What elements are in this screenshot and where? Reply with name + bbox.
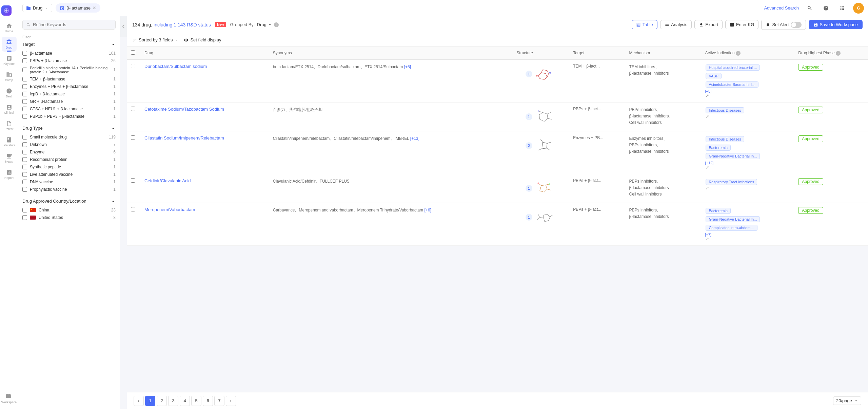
nav-item-playbook[interactable]: Playbook (2, 53, 17, 68)
drug-name-link[interactable]: Durlobactam/Sulbactam sodium (144, 64, 207, 69)
nav-item-clinical[interactable]: Clinical (2, 102, 17, 117)
type-checkbox-1[interactable] (22, 142, 27, 147)
svg-line-8 (541, 70, 542, 73)
type-checkbox-7[interactable] (22, 187, 27, 192)
row-checkbox[interactable] (131, 135, 135, 140)
type-checkbox-0[interactable] (22, 135, 27, 140)
target-checkbox-8[interactable] (22, 114, 27, 119)
nav-item-home[interactable]: Home (2, 20, 17, 35)
nav-item-news[interactable]: News (2, 151, 17, 166)
indication-tag: VABP (706, 73, 722, 79)
chevron-down-icon (854, 399, 858, 403)
indication-tag: Acinetobacter Baumannii I... (706, 81, 758, 88)
phase-info-icon[interactable]: i (836, 51, 841, 56)
page-3-button[interactable]: 3 (168, 396, 178, 406)
row-checkbox[interactable] (131, 178, 135, 183)
filter-item: Recombinant protein 1 (22, 156, 116, 163)
drug-name-link[interactable]: Cilastatin Sodium/Imipenem/Relebactam (144, 135, 224, 141)
prev-page-button[interactable]: ‹ (134, 396, 144, 406)
synonyms-more-link[interactable]: [+5] (404, 64, 411, 69)
row-checkbox[interactable] (131, 207, 135, 211)
drug-name-link[interactable]: Cefotaxime Sodium/Tazobactam Sodium (144, 107, 224, 112)
country-checkbox-us[interactable] (22, 215, 27, 220)
type-checkbox-2[interactable] (22, 150, 27, 154)
alert-toggle[interactable] (791, 22, 802, 28)
target-checkbox-0[interactable] (22, 51, 27, 56)
tab-close-icon[interactable]: ✕ (93, 5, 96, 11)
expand-icon[interactable]: ⤢ (705, 236, 710, 242)
sub-toolbar: Sorted by 3 fields Set field display (127, 33, 868, 47)
nav-item-workspace[interactable]: Workspace (2, 391, 17, 406)
type-checkbox-6[interactable] (22, 180, 27, 184)
nav-item-drug[interactable]: Drug (2, 37, 17, 52)
drug-name-link[interactable]: Cefdinir/Clavulanic Acid (144, 178, 191, 183)
expand-icon[interactable]: ⤢ (705, 113, 710, 119)
page-6-button[interactable]: 6 (203, 396, 213, 406)
nav-item-patent[interactable]: Patent (2, 118, 17, 133)
synonyms-more-link[interactable]: [+6] (424, 208, 431, 212)
drug-name-link[interactable]: Meropenem/Vaborbactam (144, 207, 195, 212)
type-checkbox-4[interactable] (22, 165, 27, 169)
target-checkbox-4[interactable] (22, 84, 27, 89)
collapse-icon (111, 126, 116, 131)
type-checkbox-5[interactable] (22, 172, 27, 177)
select-all-checkbox[interactable] (131, 50, 135, 55)
synonyms-more-link[interactable]: [+13] (410, 136, 419, 141)
sort-button[interactable]: Sorted by 3 fields (132, 37, 178, 42)
filter-item: CTSA + NEU1 + β-lactamase 1 (22, 105, 116, 113)
grouped-by-select[interactable]: Drug (257, 22, 272, 27)
drug-type-filter-section: Drug Type Small molecule drug 119 Unknow… (18, 123, 120, 196)
set-field-display-button[interactable]: Set field display (184, 37, 221, 42)
target-checkbox-5[interactable] (22, 92, 27, 96)
next-page-button[interactable]: › (226, 396, 236, 406)
advanced-search-link[interactable]: Advanced Search (764, 5, 799, 11)
type-checkbox-3[interactable] (22, 157, 27, 162)
molecule-structure (532, 65, 556, 83)
info-icon[interactable]: i (274, 22, 279, 27)
page-7-button[interactable]: 7 (214, 396, 224, 406)
enter-kg-button[interactable]: Enter KG (725, 20, 758, 29)
country-section-header[interactable]: Drug Approved Country/Location (22, 199, 116, 204)
sidebar-collapse-btn[interactable] (120, 16, 127, 37)
nav-item-deal[interactable]: Deal (2, 86, 17, 100)
expand-icon[interactable]: ⤢ (705, 185, 710, 191)
rd-status-link[interactable]: including 1,143 R&D status (154, 22, 211, 27)
export-button[interactable]: Export (694, 20, 723, 29)
keyword-input[interactable] (33, 22, 112, 27)
drug-type-section-header[interactable]: Drug Type (22, 126, 116, 131)
svg-point-29 (549, 183, 550, 185)
nav-item-comp[interactable]: Comp (2, 69, 17, 84)
help-icon-btn[interactable] (821, 3, 831, 14)
row-checkbox[interactable] (131, 64, 135, 68)
set-alert-button[interactable]: Set Alert (761, 20, 806, 30)
target-section-header[interactable]: Target (22, 42, 116, 47)
row-checkbox[interactable] (131, 107, 135, 111)
expand-icon[interactable]: ⤢ (705, 93, 710, 99)
target-checkbox-7[interactable] (22, 107, 27, 111)
drug-select[interactable]: Drug (22, 4, 52, 12)
user-avatar[interactable]: G (853, 3, 864, 14)
target-checkbox-1[interactable] (22, 58, 27, 63)
page-1-button[interactable]: 1 (145, 396, 155, 406)
page-4-button[interactable]: 4 (180, 396, 190, 406)
target-checkbox-3[interactable] (22, 77, 27, 81)
filter-item: Penicillin binding protein 1A + Penicill… (22, 64, 116, 75)
target-checkbox-6[interactable] (22, 99, 27, 104)
page-2-button[interactable]: 2 (157, 396, 167, 406)
expand-icon[interactable]: ⤢ (705, 164, 710, 170)
search-icon-btn[interactable] (804, 3, 815, 14)
country-checkbox-cn[interactable] (22, 208, 27, 212)
sidebar-search-area (18, 16, 120, 33)
indication-info-icon[interactable]: i (736, 51, 741, 56)
nav-item-report[interactable]: Report (2, 167, 17, 182)
save-to-workspace-button[interactable]: Save to Workspace (809, 20, 863, 29)
page-5-button[interactable]: 5 (191, 396, 201, 406)
nav-item-literature[interactable]: Literature (2, 134, 17, 149)
svg-line-31 (540, 217, 544, 218)
target-checkbox-2[interactable] (22, 68, 27, 72)
table-view-button[interactable]: Table (632, 20, 657, 29)
analysis-view-button[interactable]: Analysis (660, 20, 692, 29)
apps-icon-btn[interactable] (837, 3, 848, 14)
page-size-selector[interactable]: 20/page (833, 396, 861, 405)
beta-lactamase-tab[interactable]: β-lactamase ✕ (56, 3, 100, 13)
